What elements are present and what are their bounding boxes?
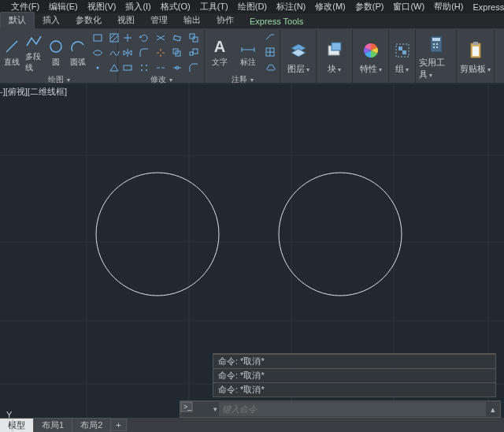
chevron-down-icon[interactable]: ▾ [212,405,219,413]
arc-button[interactable]: 圆弧 [69,38,87,68]
offset-icon[interactable] [171,47,183,59]
ribbon-panel-group: 组▾ [389,29,416,83]
ellipse-icon[interactable] [91,47,104,59]
copy-icon[interactable] [187,32,200,44]
scale-icon[interactable] [187,47,200,59]
chevron-down-icon[interactable]: ▾ [250,76,254,84]
dim-icon [239,38,257,55]
break-icon[interactable] [154,61,167,74]
clip-button[interactable]: 剪贴板▾ [460,40,491,75]
util-button[interactable]: 实用工具▾ [419,34,453,80]
array-icon[interactable] [138,61,150,74]
chevron-down-icon: ▾ [406,66,409,73]
svg-rect-11 [193,37,198,42]
svg-rect-16 [190,52,193,55]
svg-marker-12 [124,50,127,55]
menu-modify[interactable]: 修改(M) [310,1,350,13]
svg-point-7 [97,67,99,69]
ribbon-tab-manage[interactable]: 管理 [143,13,176,28]
text-icon: A [211,38,228,55]
clipboard-icon [465,40,486,61]
ribbon-tab-param[interactable]: 参数化 [68,13,109,28]
leader-icon[interactable] [265,32,276,44]
command-input[interactable] [219,402,486,416]
block-button[interactable]: 块▾ [320,40,349,75]
ribbon-tab-output[interactable]: 输出 [176,13,209,28]
mirror-icon[interactable] [121,47,134,59]
circle-label: 圆 [52,57,60,68]
block-icon [324,40,345,61]
history-line: 命令: *取消* [213,382,495,397]
menu-insert[interactable]: 插入(I) [120,1,155,13]
ribbon-tab-express[interactable]: Express Tools [242,15,311,28]
drawing-canvas[interactable]: -][俯视][二维线框] X Y 命令: *取消* 命令: *取消* 命令: *… [0,84,504,418]
explode-icon[interactable] [154,47,167,59]
join-icon[interactable] [171,61,183,74]
menu-format[interactable]: 格式(O) [156,1,195,13]
group-icon [392,40,413,61]
point-icon[interactable] [91,61,104,74]
command-bar: × >_ ▾ ▴ [180,400,501,418]
layer-label: 图层 [287,64,305,73]
prop-button[interactable]: 特性▾ [356,40,385,75]
block-label: 块 [328,64,336,73]
line-button[interactable]: 直线 [3,38,20,68]
menu-help[interactable]: 帮助(H) [429,1,468,13]
rotate-icon[interactable] [138,32,150,44]
move-icon[interactable] [121,32,134,44]
cloud-icon[interactable] [265,61,276,74]
svg-rect-37 [402,50,406,54]
erase-icon[interactable] [171,32,183,44]
table-icon[interactable] [265,47,276,59]
menu-express[interactable]: Express [468,2,504,12]
menu-draw[interactable]: 绘图(D) [233,1,272,13]
dim-button[interactable]: 标注 [236,38,260,68]
svg-rect-18 [124,65,132,70]
svg-point-21 [141,69,143,71]
menu-file[interactable]: 文件(F) [6,1,44,13]
chamfer-icon[interactable] [187,61,200,74]
chevron-up-icon[interactable]: ▴ [486,404,500,415]
menu-param[interactable]: 参数(P) [350,1,389,13]
text-button[interactable]: A 文字 [208,38,232,68]
circle-button[interactable]: 圆 [47,38,65,68]
ribbon-panel-clip: 剪贴板▾ [457,29,495,83]
chevron-down-icon: ▾ [379,66,382,73]
rect-icon[interactable] [91,32,104,44]
menu-bar: 文件(F) 编辑(E) 视图(V) 插入(I) 格式(O) 工具(T) 绘图(D… [0,0,504,13]
add-layout-tab[interactable]: + [110,419,126,431]
svg-rect-46 [472,47,479,56]
svg-point-43 [436,47,438,48]
ucs-y-label: Y [6,410,12,419]
trim-icon[interactable] [154,32,167,44]
ribbon-tab-default[interactable]: 默认 [0,12,35,28]
layout2-tab[interactable]: 布局2 [72,418,111,433]
ribbon-tab-insert[interactable]: 插入 [35,13,68,28]
line-icon [3,38,20,55]
ribbon-tab-view[interactable]: 视图 [109,13,143,28]
menu-view[interactable]: 视图(V) [83,1,121,13]
chevron-down-icon[interactable]: ▾ [67,76,70,84]
chevron-down-icon[interactable]: ▾ [169,76,172,84]
layer-button[interactable]: 图层▾ [284,40,313,75]
modify-panel-title: 修改 [150,74,166,85]
menu-window[interactable]: 窗口(W) [388,1,429,13]
stretch-icon[interactable] [121,61,134,74]
menu-edit[interactable]: 编辑(E) [44,1,83,13]
color-wheel-icon [361,40,381,61]
prop-label: 特性 [360,64,377,73]
polyline-button[interactable]: 多段线 [25,32,43,73]
arc-label: 圆弧 [70,57,86,68]
fillet-icon[interactable] [138,47,150,59]
svg-point-56 [96,173,219,296]
dim-label: 标注 [240,57,256,68]
svg-point-19 [141,65,143,66]
view-label[interactable]: -][俯视][二维线框] [0,86,67,98]
svg-rect-36 [398,47,402,50]
menu-tools[interactable]: 工具(T) [195,1,233,13]
ribbon-tab-collab[interactable]: 协作 [209,13,242,28]
group-button[interactable]: 组▾ [392,40,413,75]
menu-dim[interactable]: 标注(N) [272,1,310,13]
annot-panel-title: 注释 [232,74,247,85]
ribbon-panel-util: 实用工具▾ [416,29,457,83]
